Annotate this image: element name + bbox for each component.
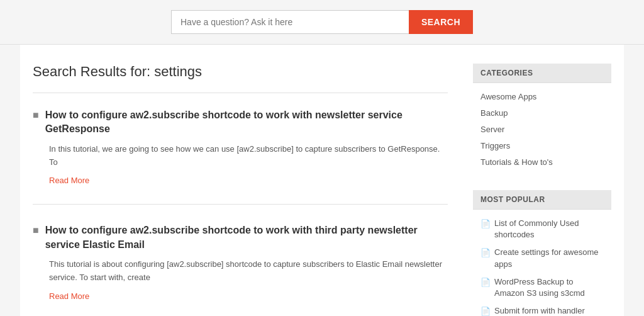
search-container: SEARCH <box>171 10 473 34</box>
list-item: Backup <box>473 104 611 121</box>
search-input[interactable] <box>171 10 409 34</box>
popular-list: 📄 List of Commonly Used shortcodes 📄 Cre… <box>473 210 611 316</box>
doc-icon: 📄 <box>480 306 491 316</box>
result-title-row: ■︎ How to configure aw2.subscribe shortc… <box>33 223 448 252</box>
popular-link-label: Submit form with handler <box>494 305 585 316</box>
result-item: ■︎ How to configure aw2.subscribe shortc… <box>33 108 448 205</box>
result-title: How to configure aw2.subscribe shortcode… <box>45 108 448 137</box>
popular-heading: MOST POPULAR <box>473 190 611 209</box>
list-item: 📄 Create settings for awesome apps <box>473 244 611 273</box>
result-title-row: ■︎ How to configure aw2.subscribe shortc… <box>33 108 448 137</box>
header: SEARCH <box>0 0 644 45</box>
doc-icon: 📄 <box>480 277 491 288</box>
category-link[interactable]: Triggers <box>480 141 510 150</box>
category-link[interactable]: Backup <box>480 108 508 118</box>
popular-link[interactable]: 📄 WordPress Backup to Amazon S3 using s3… <box>480 276 604 299</box>
popular-link-label: Create settings for awesome apps <box>494 247 604 269</box>
popular-link-label: List of Commonly Used shortcodes <box>494 218 604 240</box>
read-more-link-1[interactable]: Read More <box>33 176 89 185</box>
categories-list: Awesome Apps Backup Server Triggers Tuto… <box>473 83 611 175</box>
result-item: ■︎ How to configure aw2.subscribe shortc… <box>33 223 448 316</box>
result-excerpt: In this tutorial, we are going to see ho… <box>33 143 448 169</box>
list-item: Awesome Apps <box>473 88 611 104</box>
category-link[interactable]: Awesome Apps <box>480 92 536 101</box>
category-link[interactable]: Tutorials & How to's <box>480 157 553 167</box>
list-item: Triggers <box>473 137 611 154</box>
doc-icon: ■︎ <box>33 225 39 236</box>
list-item: 📄 Submit form with handler <box>473 302 611 316</box>
results-title: Search Results for: settings <box>33 64 448 80</box>
result-excerpt: This tutorial is about configuring [aw2.… <box>33 258 448 285</box>
popular-link[interactable]: 📄 Create settings for awesome apps <box>480 247 604 269</box>
list-item: Server <box>473 121 611 137</box>
sidebar-categories-section: CATEGORIES Awesome Apps Backup Server Tr… <box>473 64 611 175</box>
read-more-link-2[interactable]: Read More <box>33 291 89 301</box>
sidebar: CATEGORIES Awesome Apps Backup Server Tr… <box>473 64 611 316</box>
results-column: Search Results for: settings ■︎ How to c… <box>33 64 448 316</box>
doc-icon: 📄 <box>480 218 491 230</box>
list-item: Tutorials & How to's <box>473 154 611 170</box>
popular-link[interactable]: 📄 Submit form with handler <box>480 305 604 316</box>
doc-icon: ■︎ <box>33 110 39 121</box>
search-button[interactable]: SEARCH <box>409 10 473 34</box>
popular-link-label: WordPress Backup to Amazon S3 using s3cm… <box>494 276 604 299</box>
main-content: Search Results for: settings ■︎ How to c… <box>20 45 624 316</box>
category-link[interactable]: Server <box>480 125 504 134</box>
list-item: 📄 WordPress Backup to Amazon S3 using s3… <box>473 273 611 302</box>
categories-heading: CATEGORIES <box>473 64 611 82</box>
result-title: How to configure aw2.subscribe shortcode… <box>45 223 448 252</box>
doc-icon: 📄 <box>480 247 491 259</box>
popular-link[interactable]: 📄 List of Commonly Used shortcodes <box>480 218 604 240</box>
list-item: 📄 List of Commonly Used shortcodes <box>473 215 611 244</box>
sidebar-popular-section: MOST POPULAR 📄 List of Commonly Used sho… <box>473 190 611 316</box>
results-divider <box>33 93 448 93</box>
